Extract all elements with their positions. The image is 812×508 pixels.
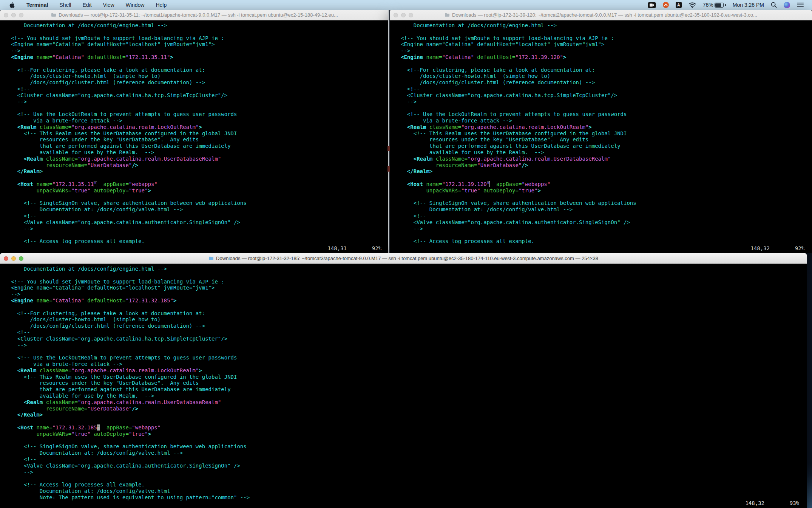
desktop: Terminal Shell Edit View Window Help A 7…: [0, 0, 812, 508]
folder-proxy-icon[interactable]: [51, 13, 56, 17]
vim-status-line: 148,32 93%: [0, 500, 807, 506]
orange-update-icon[interactable]: [663, 2, 669, 8]
menu-item-view[interactable]: View: [97, 2, 120, 8]
zoom-button[interactable]: [19, 256, 23, 261]
vim-status-line: 148,32 92%: [390, 245, 812, 252]
window-title: Downloads — root@ip-172-31-35-11: ~/tomc…: [59, 12, 338, 18]
menu-item-window[interactable]: Window: [120, 2, 150, 8]
terminal-content[interactable]: Documentation at /docs/config/engine.htm…: [0, 20, 389, 253]
traffic-lights: [4, 253, 23, 263]
title-bar[interactable]: Downloads — root@ip-172-31-35-11: ~/tomc…: [0, 10, 389, 20]
cursor-position: 148,32: [750, 245, 770, 252]
traffic-lights: [4, 10, 23, 20]
notification-list-icon[interactable]: [797, 3, 804, 8]
close-button[interactable]: [4, 256, 8, 261]
menu-item-help[interactable]: Help: [150, 2, 172, 8]
battery-icon: [715, 3, 724, 8]
wifi-icon[interactable]: [689, 2, 696, 8]
vim-buffer: Documentation at /docs/config/engine.htm…: [390, 20, 812, 245]
terminal-window-tomcat2[interactable]: Downloads — root@ip-172-31-39-120: ~/tom…: [390, 10, 812, 253]
scrollbar-mark: [387, 166, 390, 172]
zoom-button[interactable]: [19, 13, 23, 17]
input-source-a-icon[interactable]: A: [676, 2, 682, 8]
terminal-window-tomcat1[interactable]: Downloads — root@ip-172-31-35-11: ~/tomc…: [0, 10, 389, 253]
folder-proxy-icon[interactable]: [208, 256, 214, 260]
minimize-button[interactable]: [401, 13, 406, 17]
vim-buffer: Documentation at /docs/config/engine.htm…: [0, 20, 389, 245]
menu-bar-status: A 76% Mon 3:26 PM: [648, 2, 812, 8]
terminal-content[interactable]: Documentation at /docs/config/engine.htm…: [0, 264, 807, 508]
minimize-button[interactable]: [11, 13, 16, 17]
window-divider: [388, 10, 389, 253]
close-button[interactable]: [4, 13, 8, 17]
minimize-button[interactable]: [11, 256, 16, 261]
menu-item-shell[interactable]: Shell: [54, 2, 77, 8]
traffic-lights: [394, 10, 413, 20]
terminal-content[interactable]: Documentation at /docs/config/engine.htm…: [390, 20, 812, 253]
battery-cap: [725, 4, 726, 6]
zoom-button[interactable]: [409, 13, 413, 17]
battery-indicator[interactable]: 76%: [703, 2, 726, 8]
scroll-percent: 93%: [790, 500, 799, 506]
cursor-position: 148,31: [327, 245, 347, 252]
terminal-window-tomcat3[interactable]: Downloads — root@ip-172-31-32-185: ~/tom…: [0, 253, 807, 508]
siri-icon[interactable]: [784, 2, 790, 8]
scroll-percent: 92%: [372, 245, 381, 252]
vim-buffer: Documentation at /docs/config/engine.htm…: [0, 264, 807, 500]
menu-bar-left: Terminal Shell Edit View Window Help: [0, 2, 172, 8]
vim-status-line: 148,31 92%: [0, 245, 389, 252]
close-button[interactable]: [394, 13, 398, 17]
search-icon[interactable]: [771, 2, 777, 8]
cursor-position: 148,32: [745, 500, 764, 506]
window-title: Downloads — root@ip-172-31-39-120: ~/tom…: [452, 12, 757, 18]
menu-item-edit[interactable]: Edit: [77, 2, 97, 8]
scroll-percent: 92%: [795, 245, 804, 252]
title-bar[interactable]: Downloads — root@ip-172-31-39-120: ~/tom…: [390, 10, 812, 20]
menu-bar-clock[interactable]: Mon 3:26 PM: [733, 2, 764, 8]
apple-menu-icon[interactable]: [7, 2, 21, 8]
title-bar[interactable]: Downloads — root@ip-172-31-32-185: ~/tom…: [0, 253, 807, 264]
battery-percent-label: 76%: [703, 2, 713, 8]
scrollbar-mark: [387, 146, 390, 151]
menu-item-terminal[interactable]: Terminal: [21, 2, 54, 8]
video-camera-icon[interactable]: [648, 2, 656, 8]
window-title: Downloads — root@ip-172-31-32-185: ~/tom…: [216, 256, 598, 261]
menu-bar: Terminal Shell Edit View Window Help A 7…: [0, 0, 812, 10]
folder-proxy-icon[interactable]: [445, 13, 450, 17]
